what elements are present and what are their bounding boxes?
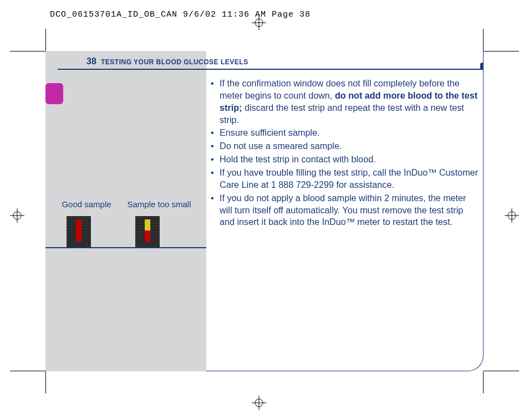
crop-mark-icon (484, 371, 519, 371)
bullet-item: If the confirmation window does not fill… (211, 78, 479, 126)
bullet-item: If you do not apply a blood sample withi… (211, 192, 479, 229)
bullet-item: Ensure sufficient sample. (211, 127, 479, 139)
bullet-item: Do not use a smeared sample. (211, 140, 479, 152)
registration-mark-icon (252, 16, 266, 30)
bullet-text: Hold the test strip in contact with bloo… (220, 154, 376, 164)
header-corner-icon (480, 63, 484, 70)
good-sample-label: Good sample (59, 199, 114, 209)
registration-mark-icon (505, 208, 519, 223)
crop-mark-icon (45, 371, 46, 393)
crop-mark-icon (483, 29, 484, 51)
bullet-item: If you have trouble filling the test str… (211, 167, 479, 191)
section-title: TESTING YOUR BLOOD GLUCOSE LEVELS (101, 58, 248, 66)
sample-labels-row: Good sample Sample too small (59, 199, 203, 209)
bullet-text: If you have trouble filling the test str… (220, 167, 478, 189)
bullet-text: If you do not apply a blood sample withi… (220, 193, 466, 227)
bullet-text: Ensure sufficient sample. (220, 127, 320, 137)
sample-too-small-label: Sample too small (123, 199, 195, 209)
crop-mark-icon (483, 371, 484, 393)
bullet-item: Hold the test strip in contact with bloo… (211, 153, 479, 166)
crop-mark-icon (10, 51, 45, 52)
section-tab-icon (45, 83, 63, 104)
page-number: 38 (87, 57, 96, 66)
bullet-text: discard the test strip and repeat the te… (220, 103, 464, 125)
body-text: If the confirmation window does not fill… (211, 78, 479, 229)
test-strip-illustrations (67, 216, 160, 247)
crop-mark-icon (484, 51, 519, 52)
test-strip-good-icon (67, 216, 91, 247)
bullet-text: Do not use a smeared sample. (220, 141, 342, 151)
crop-mark-icon (10, 371, 45, 371)
print-slug: DCO_06153701A_ID_OB_CAN 9/6/02 11:36 AM … (50, 10, 311, 19)
registration-mark-icon (10, 208, 24, 223)
manual-page: 38 TESTING YOUR BLOOD GLUCOSE LEVELS Goo… (45, 51, 484, 371)
test-strip-too-small-icon (135, 216, 160, 247)
page-left-panel (45, 51, 206, 371)
registration-mark-icon (252, 396, 266, 410)
crop-mark-icon (45, 29, 46, 51)
illustration-baseline (45, 247, 206, 248)
